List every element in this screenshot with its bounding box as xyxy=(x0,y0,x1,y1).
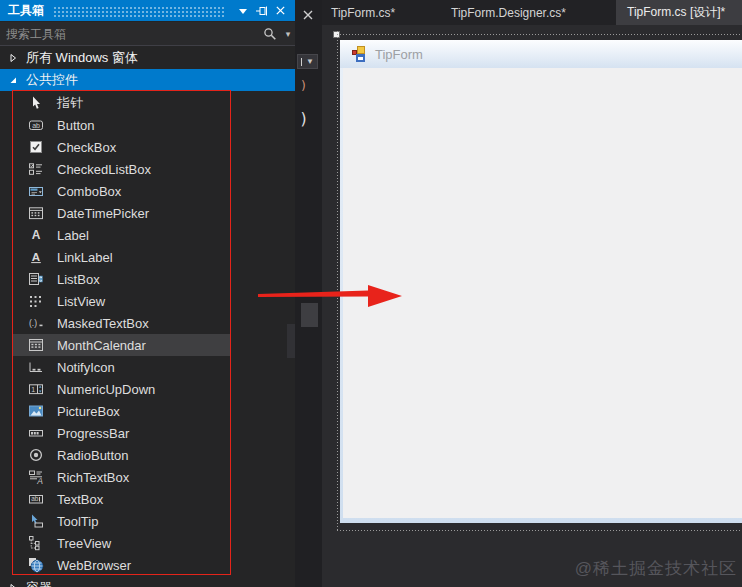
toolbox-search-box: ▾ xyxy=(0,22,295,46)
expander-collapsed-icon xyxy=(8,583,18,587)
expander-expanded-icon xyxy=(8,75,18,85)
tab-label: TipForm.cs* xyxy=(331,6,395,20)
toolbox-group-common-controls[interactable]: 公共控件 xyxy=(0,69,295,91)
toolbox-title: 工具箱 xyxy=(8,2,44,19)
selection-border-bottom xyxy=(337,530,742,531)
annotation-rectangle xyxy=(12,90,231,575)
form-titlebar[interactable]: TipForm xyxy=(340,40,742,68)
toolbox-scrollbar-thumb[interactable] xyxy=(287,324,295,358)
code-fragment: ) xyxy=(300,79,307,93)
annotation-arrow xyxy=(254,281,406,311)
chevron-down-icon xyxy=(238,6,248,16)
toolbox-search-input[interactable] xyxy=(0,27,259,41)
auto-hide-pin-button[interactable] xyxy=(252,2,271,19)
tab-tipform-cs[interactable]: TipForm.cs* xyxy=(322,0,438,25)
chevron-down-icon: ▼ xyxy=(306,58,314,66)
winforms-form-icon xyxy=(352,46,368,62)
vs-ide-window: 工具箱 ▾ 所有 Windows 窗体 公共控件 指针 ab Button Ch… xyxy=(0,0,742,587)
watermark-text: @稀土掘金技术社区 xyxy=(575,557,737,580)
window-position-button[interactable] xyxy=(233,2,252,19)
tab-label: TipForm.Designer.cs* xyxy=(451,6,566,20)
search-options-caret[interactable]: ▾ xyxy=(281,23,295,45)
toolbox-group-all-windows-forms[interactable]: 所有 Windows 窗体 xyxy=(0,47,295,69)
close-icon xyxy=(302,9,314,21)
toolbox-drag-grip[interactable] xyxy=(53,5,224,17)
group-label: 所有 Windows 窗体 xyxy=(26,49,138,67)
search-icon xyxy=(263,27,277,41)
selection-border-top xyxy=(337,34,742,35)
tab-tipform-designer-cs[interactable]: TipForm.Designer.cs* xyxy=(438,0,616,25)
toolbox-close-button[interactable] xyxy=(271,2,290,19)
tab-label: TipForm.cs [设计]* xyxy=(627,4,725,21)
tab-tipform-cs-design[interactable]: TipForm.cs [设计]* xyxy=(616,0,742,25)
group-label: 容器 xyxy=(26,579,52,587)
dropdown-divider xyxy=(301,58,302,66)
document-tab-bar: TipForm.cs* TipForm.Designer.cs* TipForm… xyxy=(322,0,742,25)
pin-icon xyxy=(255,4,269,18)
code-fragment: ) xyxy=(299,109,309,128)
toolbox-group-containers[interactable]: 容器 xyxy=(0,577,295,587)
expander-collapsed-icon xyxy=(8,53,18,63)
close-icon xyxy=(275,5,286,16)
toolbox-titlebar: 工具箱 xyxy=(0,0,295,21)
editor-navigation-dropdown[interactable]: ▼ xyxy=(297,54,318,69)
document-close-button[interactable] xyxy=(300,7,316,23)
form-title: TipForm xyxy=(375,47,423,62)
search-button[interactable] xyxy=(259,23,281,45)
group-label: 公共控件 xyxy=(26,71,78,89)
